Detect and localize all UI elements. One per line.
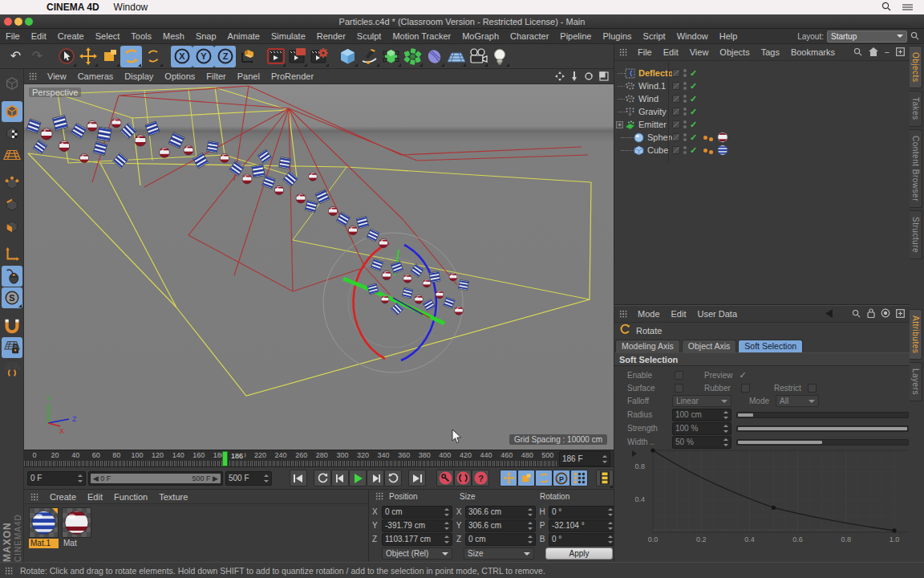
visibility-dots[interactable] bbox=[683, 120, 687, 128]
snap-scene-icon[interactable]: S bbox=[2, 287, 22, 308]
enabled-check-icon[interactable]: ✓ bbox=[690, 107, 697, 117]
surface-checkbox[interactable] bbox=[675, 384, 683, 393]
side-tab-attributes[interactable]: Attributes bbox=[910, 309, 922, 360]
rotate-tool-button[interactable] bbox=[120, 46, 142, 67]
viewport-pan-icon[interactable] bbox=[555, 71, 565, 81]
object-tags[interactable] bbox=[703, 144, 728, 156]
viewport-menu-item[interactable]: Panel bbox=[232, 69, 265, 84]
menu-item[interactable]: Plugins bbox=[597, 29, 637, 44]
menu-item[interactable]: Animate bbox=[222, 29, 265, 44]
coordinate-system-button[interactable] bbox=[236, 46, 257, 67]
strength-field[interactable]: 100 % bbox=[672, 422, 732, 435]
viewport-zoom-icon[interactable] bbox=[570, 71, 578, 81]
size-y-field[interactable]: 306.6 cm bbox=[465, 519, 536, 532]
enabled-check-icon[interactable]: ✓ bbox=[690, 68, 697, 79]
menu-item[interactable]: Create bbox=[52, 29, 90, 44]
undo-button[interactable]: ↶ bbox=[5, 46, 26, 67]
macos-menu-window[interactable]: Window bbox=[114, 2, 148, 13]
pos-x-field[interactable]: 0 cm bbox=[382, 506, 452, 519]
viewport-menu-item[interactable]: View bbox=[42, 69, 72, 84]
restrict-checkbox[interactable] bbox=[808, 384, 817, 393]
om-menu-item[interactable]: Tags bbox=[756, 44, 785, 61]
viewport-toggle-icon[interactable] bbox=[599, 71, 609, 81]
make-editable-icon[interactable] bbox=[2, 73, 22, 94]
key-parameter-button[interactable]: P bbox=[553, 470, 570, 486]
menu-item[interactable]: Select bbox=[90, 29, 126, 44]
viewport-panel-handle[interactable] bbox=[29, 72, 38, 80]
coord-size-dropdown[interactable]: Size bbox=[464, 547, 534, 560]
floor-button[interactable] bbox=[445, 46, 467, 67]
traffic-light-close[interactable] bbox=[4, 18, 12, 26]
timeline-ruler[interactable]: 0204060801001201401601802002202402602803… bbox=[24, 450, 614, 467]
layer-box[interactable] bbox=[672, 120, 680, 128]
layer-box[interactable] bbox=[672, 146, 680, 154]
render-settings-button[interactable] bbox=[308, 46, 330, 67]
attr-menu-item[interactable]: Edit bbox=[666, 306, 692, 323]
tweak-mode-icon[interactable] bbox=[2, 266, 22, 287]
axis-z-button[interactable]: Z bbox=[214, 46, 236, 67]
attr-search-icon[interactable] bbox=[852, 307, 861, 321]
mograph-button[interactable] bbox=[402, 46, 424, 67]
attr-history-back-icon[interactable] bbox=[825, 307, 834, 321]
menu-item[interactable]: Edit bbox=[26, 29, 52, 44]
om-add-panel-icon[interactable] bbox=[896, 45, 905, 59]
viewport-menu-item[interactable]: Display bbox=[119, 69, 159, 84]
key-position-button[interactable] bbox=[500, 470, 517, 486]
size-z-field[interactable]: 0 cm bbox=[465, 533, 536, 546]
rot-b-field[interactable]: 0 ° bbox=[549, 533, 616, 546]
visibility-dots[interactable] bbox=[683, 95, 687, 103]
om-menu-item[interactable]: File bbox=[632, 44, 658, 61]
redo-button[interactable]: ↷ bbox=[26, 46, 48, 67]
viewport-menu-item[interactable]: Cameras bbox=[72, 69, 120, 84]
window-titlebar[interactable]: Particles.c4d * (Classroom Version - Res… bbox=[0, 14, 924, 29]
attr-menu-item[interactable]: Mode bbox=[632, 306, 666, 323]
axis-x-button[interactable]: X bbox=[171, 46, 192, 67]
om-menu-item[interactable]: Edit bbox=[658, 44, 684, 61]
visibility-dots[interactable] bbox=[683, 69, 687, 77]
previous-frame-button[interactable] bbox=[331, 470, 349, 486]
layout-dropdown[interactable]: Startup bbox=[827, 31, 907, 43]
visibility-dots[interactable] bbox=[683, 133, 687, 141]
layer-box[interactable] bbox=[672, 82, 680, 90]
workplane-interactive-icon[interactable] bbox=[2, 359, 22, 380]
menu-item[interactable]: Character bbox=[505, 29, 554, 44]
coord-mode-dropdown[interactable]: Object (Rel) bbox=[382, 547, 452, 560]
frame-range-slider[interactable]: ◀ 0 F 500 F ▶ bbox=[88, 471, 223, 486]
menu-item[interactable]: Tools bbox=[125, 29, 157, 44]
solo-filmstrip-button[interactable] bbox=[596, 470, 614, 486]
key-scale-button[interactable] bbox=[517, 470, 535, 486]
tab-modeling-axis[interactable]: Modeling Axis bbox=[615, 340, 680, 352]
menubar-search-icon[interactable] bbox=[910, 29, 919, 43]
visibility-dots[interactable] bbox=[683, 146, 687, 154]
tab-soft-selection[interactable]: Soft Selection bbox=[738, 340, 803, 352]
materials-menu-item[interactable]: Texture bbox=[153, 490, 193, 504]
enable-checkbox[interactable] bbox=[675, 371, 683, 380]
texture-mode-icon[interactable] bbox=[2, 123, 22, 144]
traffic-light-minimize[interactable] bbox=[14, 18, 22, 26]
last-tool-button[interactable] bbox=[142, 46, 164, 67]
object-row-cube[interactable]: Cube✓ bbox=[614, 144, 910, 157]
materials-panel-handle[interactable] bbox=[30, 493, 39, 501]
viewport-menu-item[interactable]: Options bbox=[159, 69, 201, 84]
falloff-dropdown[interactable]: Linear bbox=[672, 395, 732, 407]
enabled-check-icon[interactable]: ✓ bbox=[690, 132, 697, 143]
materials-menu-item[interactable]: Create bbox=[44, 490, 82, 504]
side-tab-structure[interactable]: Structure bbox=[910, 210, 922, 259]
object-row-wind-1[interactable]: Wind.1✓ bbox=[614, 79, 910, 92]
soft-selection-section-title[interactable]: Soft Selection bbox=[619, 355, 678, 364]
object-row-wind[interactable]: Wind✓ bbox=[614, 92, 910, 105]
workplane-mode-icon[interactable] bbox=[2, 144, 22, 165]
menu-item[interactable]: Render bbox=[311, 29, 351, 44]
snapping-magnet-icon[interactable] bbox=[2, 315, 22, 336]
object-name[interactable]: Deflector bbox=[638, 68, 677, 78]
object-row-emitter[interactable]: +Emitter✓ bbox=[614, 118, 910, 131]
object-name[interactable]: Emitter bbox=[638, 120, 667, 129]
attr-menu-item[interactable]: User Data bbox=[692, 306, 744, 323]
menu-item[interactable]: Sculpt bbox=[351, 29, 387, 44]
viewport-rotate-icon[interactable] bbox=[584, 71, 594, 81]
tab-object-axis[interactable]: Object Axis bbox=[682, 340, 737, 352]
coordinates-panel-handle[interactable] bbox=[375, 492, 384, 500]
goto-end-button[interactable] bbox=[408, 470, 426, 486]
om-search-icon[interactable] bbox=[853, 45, 862, 59]
pos-z-field[interactable]: 1103.177 cm bbox=[382, 533, 452, 546]
